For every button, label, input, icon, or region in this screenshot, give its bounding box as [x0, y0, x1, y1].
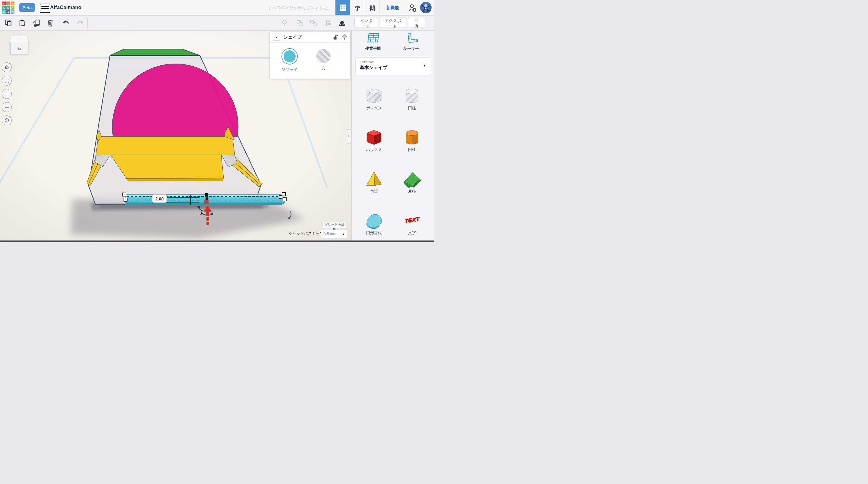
shape-item-box-solid[interactable]: ボックス: [355, 118, 393, 159]
shape-item-pyramid[interactable]: 角錐: [355, 159, 393, 201]
view-cube-front-face[interactable]: 右: [10, 42, 28, 54]
shape-item-round-roof[interactable]: 円形屋根: [355, 201, 393, 241]
shape-collection-dropdown[interactable]: Tinkercad 基本シェイプ ▼: [355, 57, 431, 75]
shape-item-cylinder-solid[interactable]: 円柱: [393, 118, 431, 159]
user-avatar[interactable]: [420, 2, 432, 13]
shape-label: 屋根: [393, 189, 431, 194]
codeblocks-button[interactable]: { }: [365, 0, 379, 16]
shape-item-cylinder-hole[interactable]: 円柱: [393, 76, 431, 118]
perspective-cube-icon: [4, 118, 10, 123]
collection-name: 基本シェイプ: [360, 65, 387, 70]
tinker-pickaxe-button[interactable]: [350, 0, 365, 16]
mid-handle[interactable]: [206, 198, 208, 200]
zoom-out-icon: [4, 104, 10, 110]
sidebar-collapse-tab[interactable]: 〉: [347, 129, 351, 144]
duplicate-button[interactable]: [33, 19, 41, 27]
hole-option[interactable]: 穴: [310, 48, 337, 71]
shape-inspector: ▾ シェイプ ソリッド: [270, 32, 350, 79]
shape-item-text[interactable]: TEXT 文字: [393, 201, 431, 241]
model-roof-green[interactable]: [110, 49, 200, 56]
3d-viewport[interactable]: 2.00 上: [0, 30, 351, 242]
snap-value: 0.5 mm: [321, 232, 342, 236]
fit-view-button[interactable]: [2, 75, 12, 86]
dimension-label[interactable]: 2.00: [152, 195, 167, 203]
solid-selected-ring: [281, 48, 298, 64]
hide-lightbulb-icon[interactable]: [342, 34, 347, 41]
chevron-right-icon: 〉: [347, 134, 351, 139]
person-add-icon: [408, 3, 417, 12]
view-cube[interactable]: 上 右: [9, 36, 29, 54]
hole-swatch: [316, 49, 331, 63]
top-mid-handle[interactable]: [205, 193, 208, 196]
perspective-toggle-button[interactable]: [2, 115, 12, 125]
code-blocks-icon: { }: [368, 4, 376, 12]
svg-text:2.00: 2.00: [155, 196, 164, 201]
ungroup-button[interactable]: [310, 19, 317, 27]
logo-tile: R: [10, 6, 14, 10]
tinkercad-logo[interactable]: T I N K E R C A D: [2, 1, 14, 14]
box-hole-icon: [355, 76, 393, 105]
inspector-collapse-button[interactable]: ▾: [273, 34, 280, 41]
logo-tile: N: [10, 1, 14, 5]
shape-item-roof[interactable]: 屋根: [393, 159, 431, 201]
zoom-out-button[interactable]: [2, 102, 12, 112]
align-button[interactable]: [325, 19, 333, 27]
copy-button[interactable]: [4, 19, 12, 27]
shape-item-box-hole[interactable]: ボックス: [355, 76, 393, 118]
text-shape-icon: TEXT: [393, 201, 431, 230]
inspector-body: ソリッド 穴: [270, 43, 350, 79]
undo-button[interactable]: [62, 19, 70, 27]
ruler-icon: [404, 32, 418, 44]
snap-grid-select[interactable]: 0.5 mm ▲: [321, 230, 347, 238]
shapes-sidebar: 作業平面 ルーラー Tinkercad: [351, 30, 434, 242]
design-title[interactable]: AlfaCaimano: [50, 4, 82, 10]
show-all-button[interactable]: [281, 19, 288, 27]
inspector-header: ▾ シェイプ: [270, 32, 350, 43]
zoom-in-button[interactable]: [2, 89, 12, 99]
solid-label: ソリッド: [276, 67, 303, 72]
solid-option[interactable]: ソリッド: [276, 48, 303, 72]
cylinder-hole-icon: [393, 76, 431, 105]
design-menu-icon[interactable]: [40, 4, 50, 13]
logo-tile: A: [6, 10, 10, 14]
beta-button[interactable]: Beta: [19, 3, 35, 12]
home-view-button[interactable]: [2, 62, 12, 72]
pyramid-icon: [355, 159, 393, 188]
shape-gallery: ボックス 円柱: [352, 76, 434, 241]
logo-tile: D: [10, 10, 14, 14]
header-right-cluster: { } 新機能: [335, 0, 434, 16]
shape-label: 円形屋根: [355, 230, 393, 236]
delete-button[interactable]: [46, 19, 54, 27]
model-floor-yellow[interactable]: [111, 155, 224, 179]
export-button[interactable]: エクスポート: [380, 18, 406, 27]
model-floor-edge: [127, 178, 224, 181]
share-button[interactable]: 共有: [408, 18, 425, 27]
sidebar-tools: 作業平面 ルーラー: [352, 30, 434, 52]
paste-button[interactable]: [19, 19, 26, 27]
zoom-in-icon: [4, 91, 10, 97]
unlock-icon[interactable]: [333, 34, 339, 40]
edit-grid-button[interactable]: グリッドを編集: [322, 222, 346, 229]
shape-label: 文字: [393, 230, 431, 236]
import-button[interactable]: インポート: [354, 18, 378, 27]
ruler-tool[interactable]: ルーラー: [395, 32, 428, 51]
box-solid-icon: [355, 118, 393, 147]
redo-button[interactable]: [76, 19, 84, 27]
shape-label: 円柱: [393, 105, 431, 111]
view-nav-column: [2, 62, 12, 125]
workplane-tool[interactable]: 作業平面: [356, 32, 390, 51]
shape-label: ボックス: [355, 105, 393, 111]
scale-handle-red[interactable]: [205, 200, 208, 204]
top-header: T I N K E R C A D Beta AlfaCaimano すべての変…: [0, 0, 434, 16]
roof-icon: [393, 159, 431, 188]
group-button[interactable]: [296, 19, 304, 27]
invite-button[interactable]: [406, 0, 419, 16]
dashboard-grid-button[interactable]: [335, 0, 350, 16]
view-cube-top-face[interactable]: 上: [9, 36, 29, 43]
shape-label: 角錐: [355, 189, 393, 194]
new-features-link[interactable]: 新機能: [379, 0, 406, 16]
fit-view-icon: [4, 78, 10, 84]
model-group[interactable]: [87, 49, 262, 205]
mirror-button[interactable]: [338, 19, 346, 27]
model-band-yellow[interactable]: [96, 137, 235, 155]
